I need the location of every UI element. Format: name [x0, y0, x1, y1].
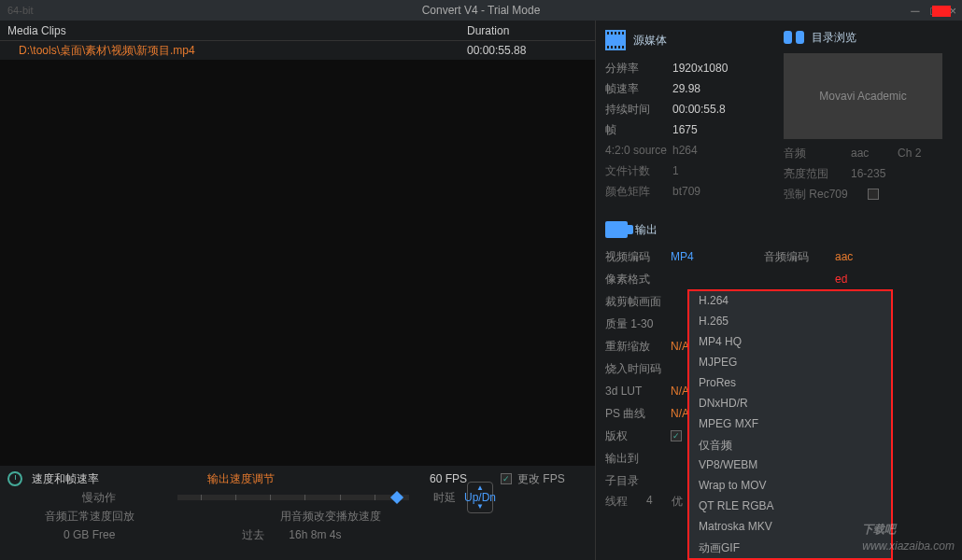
vcodec-k: 视频编码 [605, 249, 671, 265]
copyright-checkbox[interactable]: ✓ [671, 430, 682, 441]
fps-k: 帧速率 [605, 81, 672, 97]
range-k: 亮度范围 [784, 166, 851, 182]
dropdown-item[interactable]: MJPEG [689, 353, 891, 373]
burn-k: 烧入时间码 [605, 361, 671, 377]
vcodec-dropdown[interactable]: MP4 [671, 250, 764, 263]
matrix-v: bt709 [672, 185, 700, 198]
dropdown-item[interactable]: H.264 [689, 291, 891, 312]
past-label: 过去 [242, 527, 264, 543]
window-title: Convert V4 - Trial Mode [422, 4, 541, 17]
fps-v: 29.98 [672, 82, 700, 95]
normal-playback-label: 音频正常速度回放 [45, 509, 134, 525]
delay-label: 时延 [433, 490, 456, 506]
ps-k: PS 曲线 [605, 406, 671, 422]
dropdown-item[interactable]: H.265 [689, 312, 891, 332]
fps-value: 60 FPS [430, 472, 467, 485]
film-icon [605, 30, 626, 50]
speed-rate-label: 速度和帧速率 [32, 471, 99, 487]
elapsed-label: 16h 8m 4s [289, 528, 341, 541]
red-indicator [932, 6, 951, 17]
threads-k: 线程 [605, 494, 628, 510]
vcodec-dropdown-menu[interactable]: H.264H.265MP4 HQMJPEGProResDNxHD/RMPEG M… [687, 289, 893, 560]
audio-k: 音频 [784, 146, 851, 161]
clip-row[interactable]: D:\tools\桌面\素材\视频\新项目.mp4 00:00:55.88 [0, 41, 595, 60]
preview-area [0, 60, 595, 466]
clip-duration: 00:00:55.88 [467, 44, 526, 57]
change-fps-checkbox[interactable]: ✓ [501, 473, 512, 484]
crop-k: 裁剪帧画面 [605, 294, 671, 310]
files-k: 文件计数 [605, 163, 672, 179]
change-fps-label: 更改 FPS [517, 471, 565, 487]
copy-k: 版权 [605, 428, 671, 444]
pixfmt-k: 像素格式 [605, 272, 671, 287]
dropdown-item[interactable]: Matroska MKV [689, 517, 891, 538]
dropdown-item[interactable]: DNxHD/R [689, 394, 891, 414]
matrix-k: 颜色矩阵 [605, 184, 672, 200]
res-k: 分辨率 [605, 61, 672, 77]
source-title: 源媒体 [633, 33, 667, 49]
frm-k: 帧 [605, 122, 672, 138]
rescale-k: 重新缩放 [605, 339, 671, 355]
rec709-checkbox[interactable] [868, 189, 879, 200]
res-v: 1920x1080 [672, 62, 728, 75]
dropdown-item[interactable]: ProRes [689, 373, 891, 394]
dropdown-item[interactable]: 动画GIF [689, 538, 891, 558]
thumbnail[interactable]: Movavi Academic [784, 53, 942, 139]
outto-k: 输出到 [605, 451, 671, 467]
rec-k: 强制 Rec709 [784, 187, 868, 203]
acodec-v[interactable]: aac [835, 250, 853, 263]
threads-v: 4 [646, 494, 653, 510]
src-k: 4:2:0 source [605, 144, 672, 157]
dur-k: 持续时间 [605, 102, 672, 118]
minimize-button[interactable]: ─ [911, 4, 919, 18]
dropdown-item[interactable]: Wrap to MOV [689, 476, 891, 497]
binoculars-icon [784, 31, 804, 46]
audio-v: aac [851, 147, 898, 160]
output-speed-label: 输出速度调节 [207, 471, 275, 487]
files-v: 1 [672, 164, 679, 177]
pixfmt-cut: ed [835, 273, 847, 286]
slowmo-label: 慢动作 [82, 490, 116, 506]
lut-v[interactable]: N/A [671, 385, 689, 398]
dropdown-item[interactable]: 仅音频 [689, 435, 891, 455]
arch-label: 64-bit [7, 5, 34, 16]
dropdown-item[interactable]: VP8/WEBM [689, 455, 891, 476]
truck-icon [605, 221, 628, 238]
audio-ch: Ch 2 [898, 147, 921, 160]
qual-k: 质量 1-30 [605, 316, 671, 332]
audio-change-label: 用音频改变播放速度 [280, 509, 381, 525]
prio-k: 优 [672, 494, 683, 510]
dropdown-item[interactable]: QT RLE RGBA [689, 497, 891, 517]
dur-v: 00:00:55.8 [672, 103, 726, 116]
acodec-k: 音频编码 [764, 249, 835, 265]
frm-v: 1675 [672, 123, 698, 136]
subdir-k: 子目录 [605, 473, 671, 489]
col-duration: Duration [467, 24, 509, 37]
updn-button[interactable]: ▲Up/Dn▼ [467, 482, 493, 513]
browse-title: 目录浏览 [812, 30, 856, 46]
ps-v[interactable]: N/A [671, 407, 689, 420]
dropdown-item[interactable]: MP4 HQ [689, 332, 891, 353]
col-media: Media Clips [0, 24, 467, 37]
speed-slider[interactable] [177, 495, 409, 500]
gbfree-label: 0 GB Free [64, 528, 115, 541]
range-v: 16-235 [851, 167, 885, 180]
clip-path: D:\tools\桌面\素材\视频\新项目.mp4 [0, 43, 467, 59]
dropdown-item[interactable]: MPEG MXF [689, 414, 891, 435]
clock-icon [7, 471, 22, 486]
output-title: 输出 [635, 222, 658, 238]
src-v: h264 [672, 144, 698, 157]
lut-k: 3d LUT [605, 385, 671, 398]
